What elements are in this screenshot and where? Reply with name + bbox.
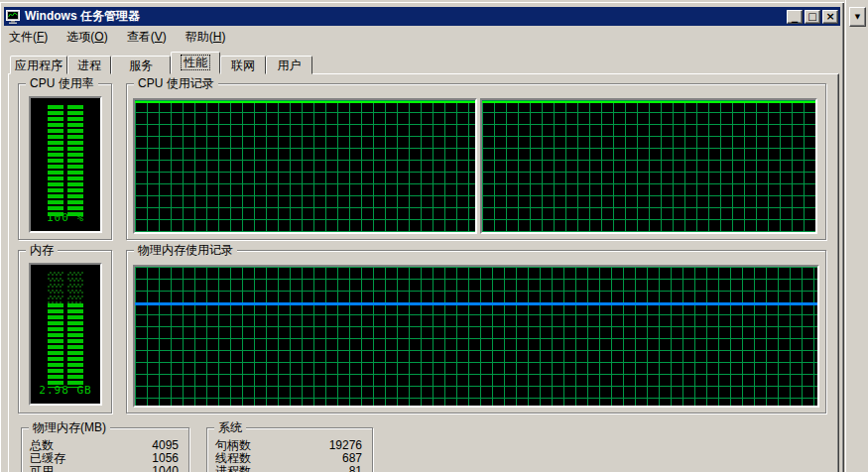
physical-memory-group-title: 物理内存(MB) (29, 420, 110, 434)
cpu-history-group-title: CPU 使用记录 (134, 76, 218, 90)
cpu-history-graph-2 (480, 98, 817, 234)
memory-usage-value: 2.98 GB (31, 384, 100, 397)
maximize-button[interactable]: □ (805, 10, 820, 24)
outer-scrollbar-track[interactable]: ▼ (845, 0, 868, 472)
close-button[interactable]: × (822, 10, 838, 24)
cpu-usage-group: CPU 使用率 100 % (18, 83, 112, 240)
menu-item-view[interactable]: 查看(V) (122, 27, 172, 48)
memory-meter: 2.98 GB (29, 263, 102, 406)
memory-group-title: 内存 (26, 243, 58, 257)
tab-services[interactable]: 服务 (111, 56, 171, 74)
system-group-title: 系统 (214, 420, 246, 434)
minimize-button[interactable]: ▁ (787, 10, 803, 24)
cpu2-usage-line (482, 101, 815, 103)
window-titlebar[interactable]: Windows 任务管理器 ▁ □ × (4, 7, 840, 26)
menubar: 文件(F) 选项(O) 查看(V) 帮助(H) (4, 27, 840, 47)
tab-users[interactable]: 用户 (266, 56, 312, 74)
memory-usage-line (135, 302, 817, 305)
memory-group: 内存 2.98 GB (18, 250, 112, 413)
cpu1-usage-line (135, 101, 475, 103)
scroll-dropdown-button[interactable]: ▼ (849, 7, 866, 27)
tab-applications[interactable]: 应用程序 (10, 56, 67, 74)
menu-item-file[interactable]: 文件(F) (4, 27, 53, 48)
stat-row-processes: 进程数 81 (207, 465, 372, 472)
minimize-icon: ▁ (792, 14, 798, 23)
cpu-usage-meter: 100 % (29, 96, 102, 233)
cpu-usage-group-title: CPU 使用率 (26, 76, 98, 90)
task-manager-icon (6, 10, 21, 24)
close-icon: × (825, 12, 834, 21)
menu-item-help[interactable]: 帮助(H) (181, 27, 231, 48)
physical-memory-group: 物理内存(MB) 总数 4095 已缓存 1056 可用 1040 (21, 427, 189, 472)
menu-item-options[interactable]: 选项(O) (62, 27, 112, 48)
maximize-icon: □ (807, 12, 816, 21)
memory-history-group: 物理内存使用记录 (126, 250, 826, 413)
memory-history-graph (133, 265, 819, 408)
cpu-usage-value: 100 % (31, 211, 100, 224)
chevron-down-icon: ▼ (855, 13, 860, 21)
system-group: 系统 句柄数 19276 线程数 687 进程数 81 (206, 427, 373, 472)
tab-processes[interactable]: 进程 (67, 56, 111, 74)
cpu-history-group: CPU 使用记录 (126, 83, 826, 240)
memory-history-group-title: 物理内存使用记录 (134, 243, 237, 257)
tab-networking[interactable]: 联网 (220, 56, 266, 74)
tab-performance[interactable]: 性能 (171, 52, 220, 74)
cpu-history-graph-1 (133, 98, 477, 234)
stat-row-available: 可用 1040 (22, 465, 188, 472)
tabstrip: 应用程序 进程 服务 性能 联网 用户 (10, 54, 312, 74)
window-title: Windows 任务管理器 (25, 8, 140, 25)
